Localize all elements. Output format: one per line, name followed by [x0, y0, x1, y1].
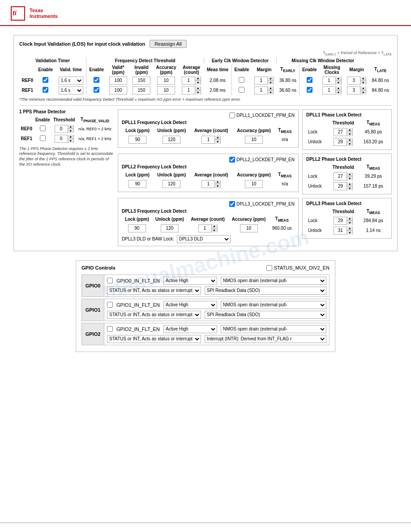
dpll2-unlock-threshold-input[interactable] [334, 183, 347, 190]
gpio1-nmos-select[interactable]: NMOS open drain (external pull- [221, 301, 326, 309]
dpll2-lockdet-checkbox[interactable] [229, 157, 235, 163]
gpio2-nmos-select[interactable]: NMOS open drain (external pull- [221, 325, 326, 333]
ref1-missing-up[interactable]: ▲ [336, 86, 341, 90]
gpio1-status-select[interactable]: STATUS or INT, Acts as status or interru… [107, 311, 201, 319]
ref0-margin2-down[interactable]: ▼ [360, 81, 366, 85]
dpll1-unlock-threshold-input[interactable] [334, 138, 347, 146]
ref0-margin-up[interactable]: ▲ [268, 77, 273, 81]
ref0-margin2-up[interactable]: ▲ [360, 77, 366, 81]
ref0-freq-enable-checkbox[interactable] [94, 77, 99, 83]
pps-ref1-threshold-up[interactable]: ▲ [68, 135, 73, 139]
dpll3-unlock-threshold-up[interactable]: ▲ [347, 227, 352, 231]
dpll2-unlock-threshold-up[interactable]: ▲ [347, 182, 352, 186]
dpll1-accuracy-input[interactable] [245, 136, 263, 144]
dpll3-lock-input[interactable] [128, 224, 146, 232]
dpll1-avg-up[interactable]: ▲ [215, 136, 220, 140]
gpio1-flt-checkbox[interactable] [107, 302, 113, 308]
pps-ref1-enable[interactable] [40, 135, 46, 141]
dpll3-lock-threshold-input[interactable] [334, 217, 347, 224]
ref0-missing-down[interactable]: ▼ [336, 81, 341, 85]
ref1-early-enable-checkbox[interactable] [239, 87, 244, 93]
ref1-margin-down[interactable]: ▼ [268, 90, 273, 94]
reassign-all-button[interactable]: Reassign All [150, 40, 187, 48]
dpll2-lock-threshold-up[interactable]: ▲ [347, 172, 352, 176]
dpll2-avg-up[interactable]: ▲ [215, 180, 220, 184]
ref1-avg-down[interactable]: ▼ [195, 90, 201, 94]
dpll1-unlock-threshold-up[interactable]: ▲ [347, 138, 352, 142]
dpll3-lockdet-checkbox[interactable] [229, 201, 235, 207]
ref1-accuracy-input[interactable] [157, 86, 175, 94]
ref0-valid-time-select[interactable]: 1.6 s [59, 77, 83, 85]
dpll3-accuracy-input[interactable] [240, 224, 258, 232]
ref1-invalid-input[interactable] [133, 86, 150, 94]
pps-ref1-threshold-down[interactable]: ▼ [68, 139, 73, 143]
ref1-margin-up[interactable]: ▲ [268, 86, 273, 90]
dpll3-avg-down[interactable]: ▼ [212, 228, 217, 232]
ref1-missing-input[interactable] [323, 87, 335, 94]
dpll1-unlock-input[interactable] [163, 136, 180, 144]
ref1-margin2-input[interactable] [347, 87, 360, 94]
ref1-valid-time-select[interactable]: 1.6 s [59, 86, 83, 94]
gpio1-sdo-select[interactable]: SPI Readback Data (SDO) [205, 311, 326, 319]
ref0-avg-up[interactable]: ▲ [195, 77, 201, 81]
ref1-avg-up[interactable]: ▲ [195, 86, 201, 90]
ref0-margin-down[interactable]: ▼ [268, 81, 273, 85]
dpll1-lockdet-checkbox[interactable] [229, 112, 235, 118]
dpll1-lock-threshold-up[interactable]: ▲ [347, 128, 352, 132]
ref0-avg-input[interactable] [182, 77, 195, 84]
dpll2-avg-down[interactable]: ▼ [215, 184, 220, 188]
gpio0-nmos-select[interactable]: NMOS open drain (external pull- [221, 277, 326, 285]
ref0-avg-down[interactable]: ▼ [195, 81, 201, 85]
ref1-avg-input[interactable] [182, 87, 195, 94]
ref0-enable-checkbox[interactable] [43, 77, 48, 83]
dpll3-dld-select[interactable]: DPLL3 DLD [177, 235, 231, 243]
ref0-valid-ppm-input[interactable] [109, 77, 127, 85]
pps-ref0-threshold-up[interactable]: ▲ [68, 125, 73, 129]
dpll3-lock-threshold-up[interactable]: ▲ [347, 217, 352, 221]
gpio2-active-select[interactable]: Active High [163, 325, 217, 333]
dpll3-unlock-threshold-down[interactable]: ▼ [347, 231, 352, 235]
dpll2-unlock-input[interactable] [163, 180, 180, 188]
gpio2-intr-select[interactable]: Interrupt (INTR): Derived from INT_FLAG … [205, 335, 326, 343]
pps-ref0-enable[interactable] [40, 125, 46, 131]
dpll1-lock-threshold-down[interactable]: ▼ [347, 132, 352, 136]
ref0-missing-input[interactable] [323, 77, 335, 84]
ref1-enable-checkbox[interactable] [43, 87, 48, 93]
ref1-missing-enable-checkbox[interactable] [307, 87, 313, 93]
ref0-invalid-input[interactable] [133, 77, 150, 85]
dpll1-lock-threshold-input[interactable] [334, 129, 347, 136]
gpio2-status-select[interactable]: STATUS or INT, Acts as status or interru… [107, 335, 201, 343]
ref1-missing-down[interactable]: ▼ [336, 90, 341, 94]
dpll2-unlock-threshold-down[interactable]: ▼ [347, 186, 352, 190]
ref0-missing-enable-checkbox[interactable] [307, 77, 313, 83]
dpll1-avg-input[interactable] [202, 136, 214, 143]
gpio0-sdo-select[interactable]: SPI Readback Data (SDO) [205, 287, 326, 295]
dpll3-lock-threshold-down[interactable]: ▼ [347, 221, 352, 225]
dpll3-unlock-threshold-input[interactable] [334, 227, 347, 234]
dpll1-unlock-threshold-down[interactable]: ▼ [347, 142, 352, 146]
gpio0-status-select[interactable]: STATUS or INT, Acts as status or interru… [107, 287, 201, 295]
ref1-valid-ppm-input[interactable] [109, 86, 127, 94]
dpll2-lock-threshold-input[interactable] [334, 173, 347, 180]
ref0-margin2-input[interactable] [347, 77, 360, 84]
dpll2-accuracy-input[interactable] [245, 180, 263, 188]
dpll1-lock-input[interactable] [128, 136, 146, 144]
gpio1-active-select[interactable]: Active High [163, 301, 217, 309]
dpll3-avg-input[interactable] [199, 225, 211, 232]
dpll1-avg-down[interactable]: ▼ [215, 140, 220, 144]
pps-ref0-threshold-down[interactable]: ▼ [68, 129, 73, 133]
gpio0-flt-checkbox[interactable] [107, 278, 113, 283]
gpio2-flt-checkbox[interactable] [107, 326, 113, 332]
gpio0-active-select[interactable]: Active High [163, 277, 217, 285]
ref0-missing-up[interactable]: ▲ [336, 77, 341, 81]
ref1-freq-enable-checkbox[interactable] [94, 87, 99, 93]
dpll2-avg-input[interactable] [202, 180, 214, 188]
ref0-margin-input[interactable] [255, 77, 267, 84]
ref1-margin2-down[interactable]: ▼ [360, 90, 366, 94]
ref1-margin2-up[interactable]: ▲ [360, 86, 366, 90]
ref0-early-enable-checkbox[interactable] [239, 77, 244, 83]
ref0-accuracy-input[interactable] [157, 77, 175, 85]
dpll3-avg-up[interactable]: ▲ [212, 224, 217, 228]
dpll2-lock-threshold-down[interactable]: ▼ [347, 176, 352, 180]
status-mux-checkbox[interactable] [266, 265, 272, 271]
